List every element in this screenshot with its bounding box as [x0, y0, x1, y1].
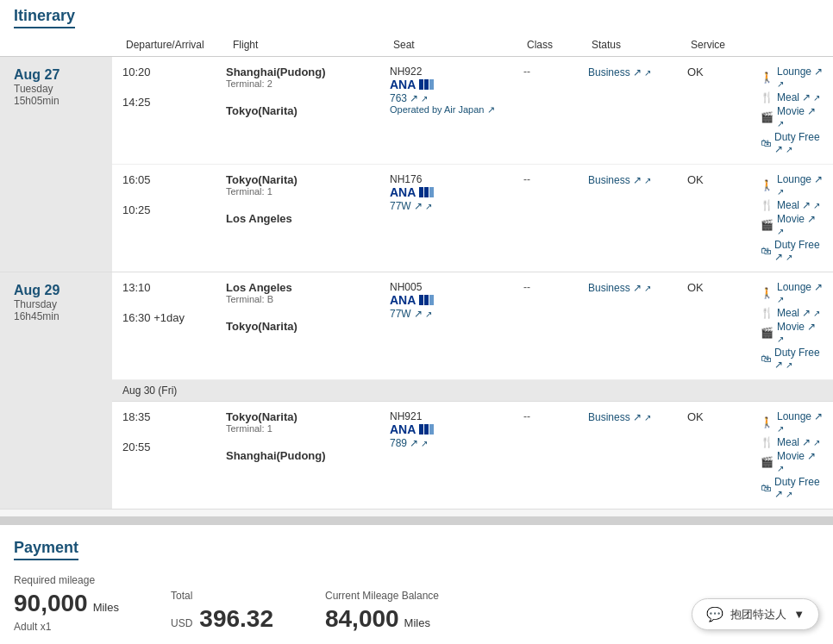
class-link-nh922[interactable]: Business ↗	[588, 66, 651, 78]
date-block-aug27: Aug 27 Tuesday 15h05min	[0, 57, 112, 272]
aircraft-nh176[interactable]: 77W ↗	[390, 200, 432, 212]
service-meal-nh005: 🍴Meal ↗	[761, 307, 824, 319]
flight-info-nh922: NH922 ANA 763 ↗ Operated by Air Japan ↗	[390, 66, 523, 155]
chat-label: 抱团特达人	[730, 607, 786, 622]
service-nh005: 🚶Lounge ↗ 🍴Meal ↗ 🎬Movie ↗ 🛍Duty Free ↗	[761, 281, 824, 371]
dep-terminal-nh176: Terminal: 1	[226, 186, 390, 197]
seat-nh176: --	[523, 173, 588, 263]
date-section-aug27: Aug 27 Tuesday 15h05min 10:20 14:25 Shan…	[0, 57, 833, 272]
col-class: Class	[527, 39, 592, 51]
aircraft-nh922[interactable]: 763 ↗	[390, 92, 428, 104]
status-nh921: OK	[687, 410, 761, 500]
service-meal-nh921: 🍴Meal ↗	[761, 436, 824, 448]
service-lounge-nh005: 🚶Lounge ↗	[761, 281, 824, 305]
movie-icon: 🎬	[761, 111, 774, 123]
service-nh921: 🚶Lounge ↗ 🍴Meal ↗ 🎬Movie ↗ 🛍Duty Free ↗	[761, 410, 824, 500]
meal-icon: 🍴	[761, 91, 774, 103]
time-cell-nh176: 16:05 10:25	[122, 173, 226, 263]
class-nh005: Business ↗	[588, 281, 687, 371]
col-header-empty	[14, 39, 126, 51]
chat-icon: 💬	[706, 606, 723, 622]
flight-info-nh921: NH921 ANA 789 ↗	[390, 410, 523, 500]
movie-icon-nh176: 🎬	[761, 219, 774, 231]
aircraft-nh005[interactable]: 77W ↗	[390, 308, 432, 320]
ana-stripes-nh005	[419, 295, 434, 305]
total-currency: USD	[171, 617, 192, 629]
balance-unit: Miles	[404, 616, 430, 629]
flight-row-nh005: 13:10 16:30 +1day Los Angeles Terminal: …	[112, 272, 833, 380]
dutyfree-icon-nh921: 🛍	[761, 482, 771, 494]
date-aug27-weekday: Tuesday	[14, 83, 103, 95]
adult-note: Adult x1	[14, 621, 119, 633]
date-aug27-day: Aug 27	[14, 67, 103, 83]
col-seat: Seat	[393, 39, 527, 51]
ana-text-nh176: ANA	[390, 185, 416, 199]
lounge-icon-nh921: 🚶	[761, 416, 774, 428]
aircraft-nh921[interactable]: 789 ↗	[390, 437, 428, 449]
service-dutyfree-nh005: 🛍Duty Free ↗	[761, 347, 824, 371]
ana-text-nh005: ANA	[390, 293, 416, 307]
status-nh922: OK	[687, 66, 761, 155]
service-dutyfree-nh176: 🛍Duty Free ↗	[761, 239, 824, 263]
arr-time-nh921: 20:55	[122, 441, 226, 453]
arr-time-nh005: 16:30 +1day	[122, 311, 226, 324]
flight-num-nh176: NH176	[390, 173, 523, 185]
loc-cell-nh921: Tokyo(Narita) Terminal: 1 Shanghai(Pudon…	[226, 410, 390, 500]
flight-row-nh922: 10:20 14:25 Shanghai(Pudong) Terminal: 2…	[112, 57, 833, 165]
date-section-aug29: Aug 29 Thursday 16h45min 13:10 16:30 +1d…	[0, 272, 833, 510]
meal-icon-nh176: 🍴	[761, 199, 774, 211]
total-item: Total USD 396.32	[171, 590, 273, 633]
balance-label: Current Mileage Balance	[325, 590, 439, 602]
loc-cell-nh922: Shanghai(Pudong) Terminal: 2 Tokyo(Narit…	[226, 66, 390, 155]
class-link-nh921[interactable]: Business ↗	[588, 411, 651, 423]
dep-loc-nh176: Tokyo(Narita)	[226, 173, 390, 186]
dep-loc-nh005: Los Angeles	[226, 281, 390, 294]
ana-stripes	[419, 79, 434, 90]
col-service: Service	[691, 39, 764, 51]
arr-loc-nh922: Tokyo(Narita)	[226, 104, 390, 117]
ana-logo-nh922: ANA	[390, 78, 523, 91]
seat-nh005: --	[523, 281, 588, 371]
service-nh176: 🚶Lounge ↗ 🍴Meal ↗ 🎬Movie ↗ 🛍Duty Free ↗	[761, 173, 824, 263]
service-movie-nh176: 🎬Movie ↗	[761, 213, 824, 237]
dep-time-nh176: 16:05	[122, 173, 226, 186]
ana-logo-nh176: ANA	[390, 185, 523, 199]
date-aug27-duration: 15h05min	[14, 95, 103, 107]
dep-loc-nh922: Shanghai(Pudong)	[226, 66, 390, 78]
service-movie-nh005: 🎬Movie ↗	[761, 321, 824, 345]
flights-block-aug27: 10:20 14:25 Shanghai(Pudong) Terminal: 2…	[112, 57, 833, 272]
ana-stripes-nh176	[419, 187, 434, 197]
arr-loc-nh176: Los Angeles	[226, 212, 390, 225]
service-meal-nh922: 🍴Meal ↗	[761, 91, 824, 103]
seat-nh922: --	[523, 66, 588, 155]
service-dutyfree-nh922: 🛍Duty Free ↗	[761, 131, 824, 155]
itinerary-section: Itinerary Departure/Arrival Flight Seat …	[0, 0, 833, 510]
flight-num-nh922: NH922	[390, 66, 523, 78]
flight-row-nh176: 16:05 10:25 Tokyo(Narita) Terminal: 1 Lo…	[112, 165, 833, 272]
dep-time-nh005: 13:10	[122, 281, 226, 294]
arr-time-nh176: 10:25	[122, 203, 226, 216]
class-link-nh176[interactable]: Business ↗	[588, 174, 651, 186]
ana-logo-nh005: ANA	[390, 293, 523, 307]
col-status: Status	[592, 39, 691, 51]
required-mileage-value: 90,000	[14, 590, 88, 617]
dep-terminal-nh922: Terminal: 2	[226, 78, 390, 89]
flight-row-nh921: 18:35 20:55 Tokyo(Narita) Terminal: 1 Sh…	[112, 402, 833, 509]
service-lounge-nh921: 🚶Lounge ↗	[761, 410, 824, 435]
date-aug29-weekday: Thursday	[14, 298, 103, 310]
class-nh921: Business ↗	[588, 410, 687, 500]
arr-loc-nh005: Tokyo(Narita)	[226, 320, 390, 333]
balance-value: 84,000	[325, 605, 399, 633]
seat-nh921: --	[523, 410, 588, 500]
class-nh922: Business ↗	[588, 66, 687, 155]
service-meal-nh176: 🍴Meal ↗	[761, 199, 824, 211]
class-link-nh005[interactable]: Business ↗	[588, 282, 651, 294]
dep-time-nh921: 18:35	[122, 410, 226, 423]
service-movie-nh922: 🎬Movie ↗	[761, 105, 824, 129]
total-label: Total	[171, 590, 273, 602]
chat-widget[interactable]: 💬 抱团特达人 ▼	[692, 598, 819, 630]
dutyfree-icon-nh005: 🛍	[761, 353, 771, 365]
flight-info-nh005: NH005 ANA 77W ↗	[390, 281, 523, 371]
payment-title: Payment	[14, 539, 78, 560]
dep-terminal-nh921: Terminal: 1	[226, 423, 390, 434]
